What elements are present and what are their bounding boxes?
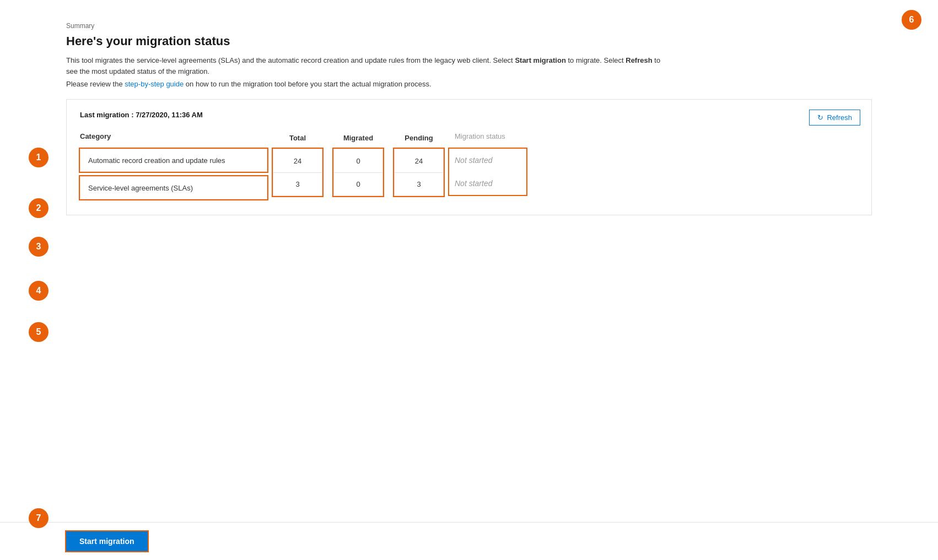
migrated-box: 0 0 [333, 149, 383, 196]
bold-start-migration: Start migration [515, 56, 565, 64]
table-row-1-category: Automatic record creation and update rul… [80, 149, 267, 172]
migrated-row-2: 0 [334, 172, 382, 195]
total-header: Total [267, 129, 328, 149]
pending-box: 24 3 [394, 149, 444, 196]
annotation-6: 6 [902, 10, 921, 30]
status-header: Migration status [449, 129, 543, 149]
total-row-2: 3 [273, 172, 322, 195]
annotation-5: 5 [29, 322, 48, 342]
last-migration-label: Last migration : 7/27/2020, 11:36 AM [80, 111, 858, 119]
total-column: Total 24 3 [267, 129, 328, 196]
migrated-row-1: 0 [334, 149, 382, 172]
annotation-2: 2 [29, 198, 48, 218]
refresh-label: Refresh [827, 113, 852, 122]
migrated-header: Migrated [328, 129, 389, 149]
last-migration-value: 7/27/2020, 11:36 AM [136, 111, 203, 119]
migration-table: Category Automatic record creation and u… [80, 129, 858, 202]
category-column: Category Automatic record creation and u… [80, 129, 267, 202]
step-by-step-guide-link[interactable]: step-by-step guide [125, 80, 184, 88]
pending-row-1: 24 [395, 149, 443, 172]
total-box: 24 3 [273, 149, 322, 196]
status-box: Not started Not started [449, 149, 526, 195]
status-row-2: Not started [455, 172, 521, 195]
pending-header: Pending [389, 129, 449, 149]
refresh-icon: ↻ [817, 113, 823, 122]
total-row-1: 24 [273, 149, 322, 172]
migration-panel: Last migration : 7/27/2020, 11:36 AM ↻ R… [66, 99, 872, 215]
migrated-column: Migrated 0 0 [328, 129, 389, 196]
annotation-3: 3 [29, 237, 48, 257]
page-container: 1 2 3 4 5 6 7 Summary Here's your migrat… [0, 0, 938, 560]
annotation-1: 1 [29, 148, 48, 167]
start-migration-button[interactable]: Start migration [66, 531, 148, 551]
bold-refresh: Refresh [626, 56, 652, 64]
pending-row-2: 3 [395, 172, 443, 195]
status-row-1: Not started [455, 149, 521, 172]
pending-column: Pending 24 3 [389, 129, 449, 196]
breadcrumb: Summary [66, 22, 872, 30]
bottom-bar: Start migration [0, 522, 938, 560]
guide-text: Please review the step-by-step guide on … [66, 80, 872, 88]
table-row-2-category: Service-level agreements (SLAs) [80, 176, 267, 199]
status-column: Migration status Not started Not started [449, 129, 543, 195]
page-title: Here's your migration status [66, 34, 872, 48]
annotation-4: 4 [29, 281, 48, 301]
page-description: This tool migrates the service-level agr… [66, 55, 672, 77]
refresh-button[interactable]: ↻ Refresh [809, 110, 860, 126]
category-header: Category [80, 129, 267, 149]
